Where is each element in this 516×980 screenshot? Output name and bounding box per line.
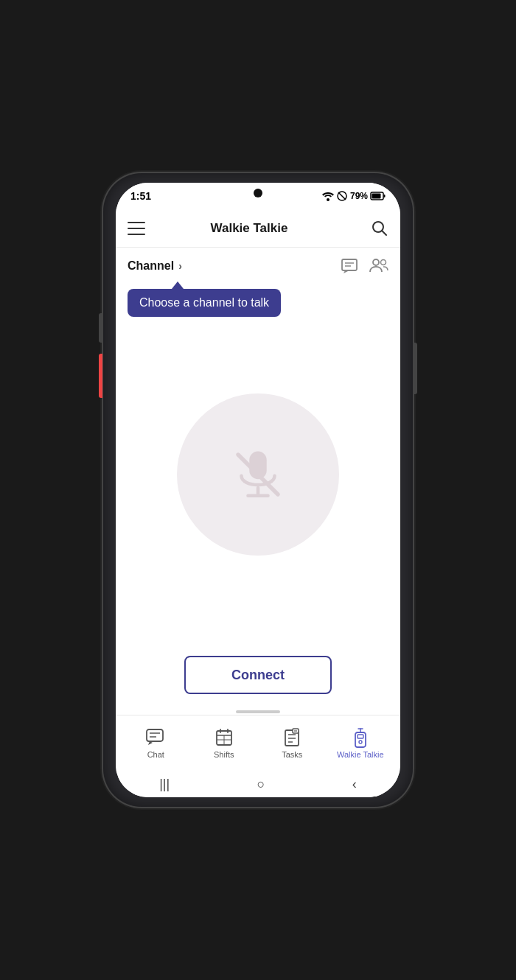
app-title: Walkie Talkie [128,221,371,236]
walkie-talkie-nav-svg [352,728,369,747]
connect-button[interactable]: Connect [184,656,332,694]
bottom-handle [116,709,400,715]
svg-point-12 [381,260,386,265]
nav-item-shifts[interactable]: Shifts [190,722,259,765]
shifts-nav-svg [215,729,233,746]
tasks-nav-icon [282,728,301,747]
recent-apps-button[interactable]: ||| [159,777,170,792]
chat-nav-label: Chat [147,750,164,759]
people-icon [369,257,389,275]
top-bar: Walkie Talkie [116,209,400,248]
phone-frame: 1:51 79% [103,173,413,807]
bottom-nav: Chat Shifts [116,715,400,771]
back-button[interactable]: ‹ [352,777,357,792]
vol-down-button[interactable] [99,354,102,398]
svg-rect-5 [372,194,381,199]
channel-header: Channel › [116,248,400,281]
channel-selector[interactable]: Channel › [128,259,182,273]
chat-action-button[interactable] [340,256,359,276]
phone-screen: 1:51 79% [116,183,400,797]
svg-line-7 [382,231,386,235]
svg-rect-8 [342,259,357,270]
status-time: 1:51 [130,190,151,202]
tooltip-box: Choose a channel to talk [128,289,281,317]
chat-nav-svg [146,729,165,746]
power-button[interactable] [414,343,417,394]
tooltip-arrow [172,281,184,289]
svg-point-0 [327,198,330,201]
chat-icon [341,257,358,275]
tasks-nav-label: Tasks [282,750,302,759]
wifi-icon [322,192,334,200]
camera [254,189,262,197]
channel-chevron-icon: › [178,260,182,272]
channel-label-text: Channel [128,259,174,273]
svg-line-2 [338,192,346,200]
svg-rect-4 [384,195,386,197]
mic-muted-icon [225,441,291,508]
channel-actions [340,256,388,276]
shifts-nav-label: Shifts [214,750,234,759]
vol-up-button[interactable] [99,313,102,343]
shifts-nav-icon [215,728,234,747]
svg-point-34 [359,741,362,743]
status-icons: 79% [322,191,386,201]
nav-item-tasks[interactable]: Tasks [258,722,327,765]
svg-rect-17 [147,729,163,741]
system-bar: ||| ○ ‹ [116,771,400,797]
tooltip-wrapper: Choose a channel to talk [116,281,400,317]
battery-icon [371,192,386,200]
nav-item-chat[interactable]: Chat [122,722,190,765]
home-button[interactable]: ○ [257,777,265,792]
walkie-talkie-nav-icon [351,728,370,747]
tooltip-text: Choose a channel to talk [139,296,269,309]
mic-area [116,320,400,644]
svg-rect-33 [358,735,363,738]
svg-point-11 [373,259,379,265]
chat-nav-icon [146,728,165,747]
main-content: Channel › [116,248,400,715]
nav-item-walkie-talkie[interactable]: Walkie Talkie [327,722,395,765]
connect-area: Connect [116,644,400,709]
handle-bar [236,710,280,713]
search-button[interactable] [371,220,388,237]
walkie-talkie-nav-label: Walkie Talkie [337,750,384,759]
people-action-button[interactable] [369,256,388,276]
no-location-icon [337,191,347,201]
mic-circle [177,393,339,556]
battery-text: 79% [350,191,368,201]
search-icon [372,220,388,237]
tasks-nav-svg [283,729,301,746]
